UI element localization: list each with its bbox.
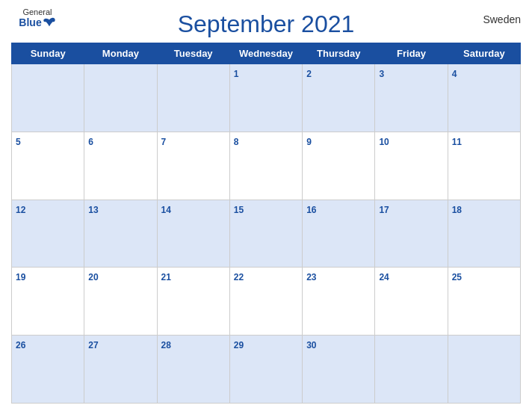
- day-number: 19: [16, 272, 25, 282]
- calendar-day-cell: 25: [448, 268, 520, 336]
- day-number: 24: [379, 272, 389, 282]
- calendar-day-cell: [448, 336, 520, 404]
- day-number: 6: [88, 137, 93, 147]
- calendar-day-cell: 5: [12, 132, 84, 200]
- calendar-day-cell: 12: [12, 200, 84, 268]
- day-number: 16: [306, 205, 316, 215]
- day-number: 9: [306, 137, 312, 147]
- day-number: 7: [161, 137, 167, 147]
- day-number: 12: [16, 205, 25, 215]
- day-number: 11: [452, 137, 462, 147]
- header-friday: Friday: [375, 43, 448, 64]
- calendar-day-cell: [12, 64, 84, 132]
- calendar-day-cell: 18: [448, 200, 520, 268]
- header-thursday: Thursday: [303, 43, 375, 64]
- calendar-day-cell: 7: [157, 132, 229, 200]
- logo-general: General: [22, 7, 52, 16]
- day-number: 22: [234, 272, 244, 282]
- calendar-day-cell: 4: [448, 64, 520, 132]
- calendar-day-cell: [84, 64, 157, 132]
- day-number: 8: [234, 137, 239, 147]
- day-number: 20: [88, 272, 98, 282]
- day-number: 25: [452, 272, 462, 282]
- calendar-week-row: 1234: [12, 64, 521, 132]
- header-sunday: Sunday: [12, 43, 84, 64]
- calendar-day-cell: 13: [84, 200, 157, 268]
- calendar-day-cell: 6: [84, 132, 157, 200]
- calendar-day-cell: 15: [229, 200, 302, 268]
- calendar-day-cell: 10: [375, 132, 448, 200]
- day-number: 17: [379, 205, 389, 215]
- calendar-day-cell: 30: [303, 336, 375, 404]
- day-number: 1: [234, 69, 239, 79]
- day-number: 4: [452, 69, 457, 79]
- day-number: 23: [306, 272, 316, 282]
- day-number: 14: [161, 205, 171, 215]
- calendar-container: General Blue September 2021 Sweden Sunda…: [0, 0, 532, 411]
- calendar-week-row: 2627282930: [12, 336, 521, 404]
- calendar-day-cell: 11: [448, 132, 520, 200]
- calendar-day-cell: 26: [12, 336, 84, 404]
- calendar-day-cell: 2: [303, 64, 375, 132]
- day-number: 10: [379, 137, 389, 147]
- day-number: 15: [234, 205, 244, 215]
- logo: General Blue: [11, 7, 64, 28]
- header-saturday: Saturday: [448, 43, 520, 64]
- country-label: Sweden: [483, 13, 521, 25]
- calendar-day-cell: [157, 64, 229, 132]
- calendar-day-cell: 22: [229, 268, 302, 336]
- calendar-header: General Blue September 2021 Sweden: [11, 7, 521, 38]
- calendar-day-cell: 27: [84, 336, 157, 404]
- day-number: 18: [452, 205, 462, 215]
- calendar-table: Sunday Monday Tuesday Wednesday Thursday…: [11, 43, 521, 404]
- calendar-day-cell: 14: [157, 200, 229, 268]
- day-number: 3: [379, 69, 384, 79]
- calendar-week-row: 12131415161718: [12, 200, 521, 268]
- calendar-day-cell: 19: [12, 268, 84, 336]
- calendar-day-cell: 8: [229, 132, 302, 200]
- weekday-header-row: Sunday Monday Tuesday Wednesday Thursday…: [12, 43, 521, 64]
- month-title: September 2021: [178, 10, 355, 38]
- day-number: 29: [234, 340, 244, 350]
- day-number: 30: [306, 340, 316, 350]
- calendar-day-cell: 24: [375, 268, 448, 336]
- calendar-day-cell: 1: [229, 64, 302, 132]
- calendar-day-cell: 3: [375, 64, 448, 132]
- calendar-day-cell: [375, 336, 448, 404]
- day-number: 21: [161, 272, 171, 282]
- day-number: 2: [306, 69, 312, 79]
- calendar-day-cell: 17: [375, 200, 448, 268]
- header-wednesday: Wednesday: [229, 43, 302, 64]
- calendar-week-row: 567891011: [12, 132, 521, 200]
- calendar-day-cell: 9: [303, 132, 375, 200]
- header-tuesday: Tuesday: [157, 43, 229, 64]
- calendar-day-cell: 20: [84, 268, 157, 336]
- logo-blue: Blue: [19, 16, 55, 28]
- calendar-week-row: 19202122232425: [12, 268, 521, 336]
- day-number: 13: [88, 205, 98, 215]
- calendar-day-cell: 29: [229, 336, 302, 404]
- calendar-day-cell: 16: [303, 200, 375, 268]
- calendar-day-cell: 21: [157, 268, 229, 336]
- day-number: 26: [16, 340, 25, 350]
- day-number: 28: [161, 340, 171, 350]
- day-number: 5: [16, 137, 21, 147]
- day-number: 27: [88, 340, 98, 350]
- calendar-day-cell: 28: [157, 336, 229, 404]
- header-monday: Monday: [84, 43, 157, 64]
- calendar-day-cell: 23: [303, 268, 375, 336]
